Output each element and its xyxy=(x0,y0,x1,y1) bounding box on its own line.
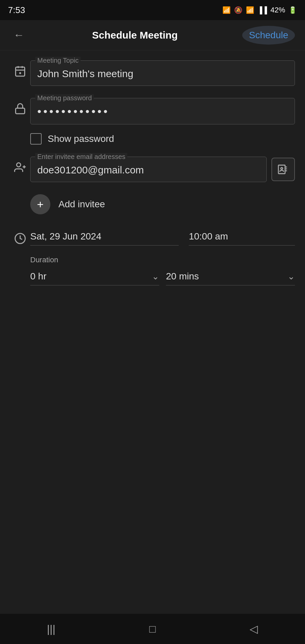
date-time-inputs: Sat, 29 Jun 2024 10:00 am xyxy=(30,228,295,246)
datetime-content: Sat, 29 Jun 2024 10:00 am Duration 0 hr … xyxy=(30,228,295,285)
add-invitee-label: Add invitee xyxy=(58,199,105,210)
time-field[interactable]: 10:00 am xyxy=(189,228,295,246)
hours-value: 0 hr xyxy=(30,271,46,282)
svg-point-7 xyxy=(17,163,21,167)
invitee-email-field: Enter invitee email addresses xyxy=(30,157,267,182)
minutes-select[interactable]: 20 mins ⌄ xyxy=(166,268,295,285)
meeting-password-row: Meeting password •••••••••••• xyxy=(10,98,295,124)
bluetooth-icon: 📶 xyxy=(222,6,231,14)
invitee-email-label: Enter invitee email addresses xyxy=(35,153,127,161)
clock-icon-wrapper xyxy=(10,228,30,245)
duration-selects: 0 hr ⌄ 20 mins ⌄ xyxy=(30,268,295,285)
status-bar: 7:53 📶 🔕 📶 ▐▐ 42% 🔋 xyxy=(0,0,305,20)
back-button[interactable]: ← xyxy=(10,25,28,45)
duration-label: Duration xyxy=(30,256,295,264)
email-row-inner: Enter invitee email addresses xyxy=(30,157,295,182)
status-time: 7:53 xyxy=(8,5,25,15)
datetime-row: Sat, 29 Jun 2024 10:00 am Duration 0 hr … xyxy=(10,228,295,285)
show-password-checkbox[interactable] xyxy=(30,133,42,145)
password-dots: •••••••••••• xyxy=(31,98,295,124)
invitee-email-row: Enter invitee email addresses xyxy=(10,157,295,182)
minutes-chevron-icon: ⌄ xyxy=(288,271,295,282)
wifi-icon: 📶 xyxy=(246,6,254,14)
calendar-icon-wrapper xyxy=(10,60,30,77)
show-password-row: Show password xyxy=(30,133,295,145)
meeting-password-label: Meeting password xyxy=(35,94,94,102)
meeting-password-field: Meeting password •••••••••••• xyxy=(30,98,295,124)
invitee-email-content: Enter invitee email addresses xyxy=(30,157,295,182)
page-title: Schedule Meeting xyxy=(92,30,178,41)
calendar-add-icon xyxy=(14,65,26,77)
meeting-password-content: Meeting password •••••••••••• xyxy=(30,98,295,124)
navigation-bar: ||| □ ◁ xyxy=(0,614,305,644)
svg-point-14 xyxy=(281,167,283,169)
nav-back-button[interactable]: ◁ xyxy=(239,617,268,641)
content: Meeting Topic Meeting password •••••••••… xyxy=(0,50,305,614)
meeting-topic-content: Meeting Topic xyxy=(30,60,295,86)
contact-picker-button[interactable] xyxy=(271,158,295,181)
time-value: 10:00 am xyxy=(189,231,228,241)
minutes-value: 20 mins xyxy=(166,271,199,282)
battery-icon: 🔋 xyxy=(289,6,297,14)
meeting-topic-field: Meeting Topic xyxy=(30,60,295,86)
svg-rect-6 xyxy=(16,108,25,114)
clock-icon xyxy=(14,232,26,245)
plus-icon: + xyxy=(37,199,44,210)
battery-percent: 42% xyxy=(270,6,285,14)
nav-home-button[interactable]: □ xyxy=(139,618,166,641)
hours-select[interactable]: 0 hr ⌄ xyxy=(30,268,159,285)
schedule-button[interactable]: Schedule xyxy=(242,26,295,45)
mute-icon: 🔕 xyxy=(234,6,243,14)
hours-chevron-icon: ⌄ xyxy=(152,271,159,282)
date-field[interactable]: Sat, 29 Jun 2024 xyxy=(30,228,179,246)
svg-rect-0 xyxy=(16,67,25,76)
add-invitee-row: + Add invitee xyxy=(30,194,295,214)
date-value: Sat, 29 Jun 2024 xyxy=(30,231,101,241)
meeting-topic-label: Meeting Topic xyxy=(35,57,81,64)
signal-icon: ▐▐ xyxy=(258,6,267,14)
invitee-email-input[interactable] xyxy=(31,157,266,182)
status-icons: 📶 🔕 📶 ▐▐ 42% 🔋 xyxy=(222,6,297,14)
contacts-icon xyxy=(277,164,289,175)
add-person-icon-wrapper xyxy=(10,157,30,173)
meeting-topic-row: Meeting Topic xyxy=(10,60,295,86)
add-person-icon xyxy=(14,161,26,173)
lock-icon-wrapper xyxy=(10,98,30,115)
nav-recents-button[interactable]: ||| xyxy=(37,618,66,641)
meeting-topic-input[interactable] xyxy=(31,61,295,86)
lock-icon xyxy=(14,103,26,115)
header: ← Schedule Meeting Schedule xyxy=(0,20,305,50)
duration-section: Duration 0 hr ⌄ 20 mins ⌄ xyxy=(30,256,295,285)
add-invitee-button[interactable]: + xyxy=(30,194,50,214)
show-password-label: Show password xyxy=(48,133,114,144)
